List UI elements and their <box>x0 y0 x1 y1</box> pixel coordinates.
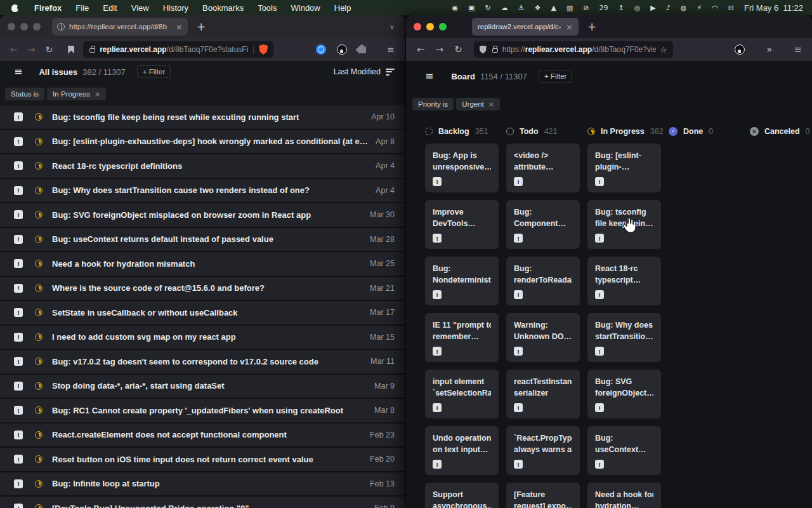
reload-button[interactable]: ↻ <box>45 45 53 54</box>
issue-row[interactable]: ! Bug: tsconfig file keep being reset wh… <box>0 105 405 130</box>
sort-control[interactable]: Last Modified <box>334 67 395 76</box>
zoom-window-button[interactable] <box>33 23 41 30</box>
onepassword-icon[interactable] <box>316 44 326 55</box>
record-icon[interactable]: ◉ <box>452 4 458 11</box>
slash-circle-icon[interactable]: ⊘ <box>583 4 589 11</box>
extensions-puzzle-icon[interactable] <box>358 46 366 53</box>
address-bar[interactable]: https:// repliear.vercel.app /d/8bTaoq7F… <box>474 41 673 58</box>
menu-item[interactable]: Tools <box>251 3 284 13</box>
github-icon[interactable] <box>337 44 347 55</box>
issue-row[interactable]: ! [DevTools Bug] Unsupported Bridge oper… <box>0 497 405 508</box>
issue-row[interactable]: ! Bug: RC1 Cannot create property '_upda… <box>0 399 405 424</box>
browser-menu-icon[interactable]: ≡ <box>387 45 395 54</box>
status-in-progress-icon[interactable] <box>35 382 43 390</box>
status-in-progress-icon[interactable] <box>35 406 43 414</box>
docker-icon[interactable]: ⚓ <box>518 4 525 11</box>
menu-item[interactable]: File <box>69 3 96 13</box>
browser-menu-icon[interactable]: ≡ <box>794 45 802 55</box>
priority-urgent-icon[interactable]: ! <box>14 308 23 317</box>
switcher-icon[interactable]: ⊟ <box>728 4 734 11</box>
issue-card[interactable]: Need a hook for hydration… ! <box>587 483 661 508</box>
overflow-chevrons-icon[interactable]: » <box>766 45 772 55</box>
menu-clock[interactable]: Fri May 6 11:22 <box>744 3 803 13</box>
add-filter-button[interactable]: + Filter <box>137 65 171 78</box>
status-in-progress-icon[interactable] <box>35 431 43 439</box>
dropbox-icon[interactable]: ❖ <box>535 4 541 11</box>
address-bar[interactable]: repliear.vercel.app /d/8bTaoq7F0e?status… <box>83 41 273 58</box>
menu-item[interactable]: Firefox <box>27 3 69 13</box>
priority-urgent-icon[interactable]: ! <box>14 137 23 146</box>
priority-urgent-icon[interactable]: ! <box>14 284 23 293</box>
app-menu-icon[interactable]: ≡ <box>425 71 433 81</box>
issue-card[interactable]: Undo operation on text input… ! <box>425 426 499 475</box>
forward-button[interactable]: → <box>436 45 444 55</box>
remove-filter-icon[interactable]: × <box>488 101 494 108</box>
menu-item[interactable]: Help <box>327 3 358 13</box>
apple-logo-icon[interactable] <box>11 4 20 12</box>
calendar-icon[interactable]: 29 <box>599 4 608 11</box>
issue-card[interactable]: IE 11 "prompt to remember… ! <box>425 313 499 362</box>
status-in-progress-icon[interactable] <box>35 358 43 365</box>
status-in-progress-icon[interactable] <box>35 455 43 463</box>
status-in-progress-icon[interactable] <box>35 480 43 488</box>
issue-row[interactable]: ! Reset button on iOS time input does no… <box>0 448 405 472</box>
share-icon[interactable]: ↥ <box>619 4 624 11</box>
priority-urgent-icon[interactable]: ! <box>14 431 23 439</box>
tracking-shield-icon[interactable] <box>480 46 487 54</box>
issue-card[interactable]: reactTestInstanc serializer ! <box>506 370 580 418</box>
issue-card[interactable]: Bug: renderToReadab ! <box>506 257 580 305</box>
bookmark-icon[interactable] <box>68 46 74 54</box>
issue-card[interactable]: Bug: Why does startTransitio… ! <box>587 313 661 362</box>
issue-row[interactable]: ! Bug: SVG foreignObject misplaced on br… <box>0 203 405 228</box>
browser-tab[interactable]: replidraw2.vercel.app/d/c-iZpq × <box>472 18 579 36</box>
issue-row[interactable]: ! Need a hook for hydration mismatch Mar… <box>0 252 405 277</box>
status-in-progress-icon[interactable] <box>35 162 43 170</box>
priority-urgent-icon[interactable]: ! <box>14 210 23 219</box>
minimize-window-button[interactable] <box>20 23 28 30</box>
priority-urgent-icon[interactable]: ! <box>14 235 23 244</box>
status-in-progress-icon[interactable] <box>35 187 43 194</box>
tab-close-icon[interactable]: × <box>566 23 573 31</box>
menu-item[interactable]: History <box>156 3 195 13</box>
issue-card[interactable]: Support asynchronous… ! <box>425 483 499 508</box>
sync-icon[interactable]: ↻ <box>485 4 490 11</box>
menu-item[interactable]: Bookmarks <box>195 3 251 13</box>
new-tab-button[interactable]: + <box>587 22 596 32</box>
brave-shield-icon[interactable] <box>259 44 268 55</box>
status-in-progress-icon[interactable] <box>35 333 43 341</box>
status-in-progress-icon[interactable] <box>35 504 43 508</box>
new-tab-button[interactable]: + <box>197 22 206 32</box>
filter-field-chip[interactable]: Status is <box>5 88 44 100</box>
issue-row[interactable]: ! Bug: v17.0.2 tag doesn't seem to corre… <box>0 350 405 375</box>
reload-button[interactable]: ↻ <box>454 45 462 55</box>
bookmark-star-icon[interactable]: ☆ <box>656 46 667 54</box>
battery-icon[interactable]: ⚡ <box>697 4 702 11</box>
minimize-window-button[interactable] <box>426 23 434 30</box>
issue-row[interactable]: ! React.createElement does not accept fu… <box>0 424 405 448</box>
issue-card[interactable]: Warning: Unknown DO… ! <box>506 313 580 362</box>
status-in-progress-icon[interactable] <box>35 211 43 218</box>
issue-row[interactable]: ! Stop doing data-*, aria-*, start using… <box>0 375 405 399</box>
filter-value-chip[interactable]: In Progress × <box>47 88 106 100</box>
power-icon[interactable]: ◎ <box>634 4 641 11</box>
back-button[interactable]: ← <box>10 45 18 54</box>
issue-card[interactable]: Bug: tsconfig file keep bein… ! <box>587 200 661 249</box>
close-window-button[interactable] <box>414 23 421 30</box>
issue-row[interactable]: ! Where is the source code of react@15.6… <box>0 277 405 302</box>
priority-urgent-icon[interactable]: ! <box>14 479 23 488</box>
issue-row[interactable]: ! Bug: Infinite loop at startup Feb 13 <box>0 472 405 497</box>
browser-tab[interactable]: https://repliear.vercel.app/d/8b × <box>52 18 188 36</box>
play-circle-icon[interactable]: ▶ <box>650 4 655 11</box>
remove-filter-icon[interactable]: × <box>95 91 100 98</box>
add-filter-button[interactable]: + Filter <box>539 70 572 83</box>
status-in-progress-icon[interactable] <box>35 138 43 145</box>
cloud-icon[interactable]: ☁ <box>501 4 508 11</box>
menu-item[interactable]: Edit <box>96 3 124 13</box>
issue-card[interactable]: Bug: useContext… ! <box>587 426 661 475</box>
issue-card[interactable]: Bug: Nondeterminist. ! <box>425 257 499 305</box>
issue-card[interactable]: input element `setSelectionRa ! <box>425 370 499 418</box>
issue-card[interactable]: <video /> attribute… ! <box>506 144 580 192</box>
issue-row[interactable]: ! I need to add custom svg map on my rea… <box>0 326 405 351</box>
tab-list-chevron-icon[interactable]: ∨ <box>390 23 395 30</box>
siri-icon[interactable]: ◍ <box>681 4 687 11</box>
